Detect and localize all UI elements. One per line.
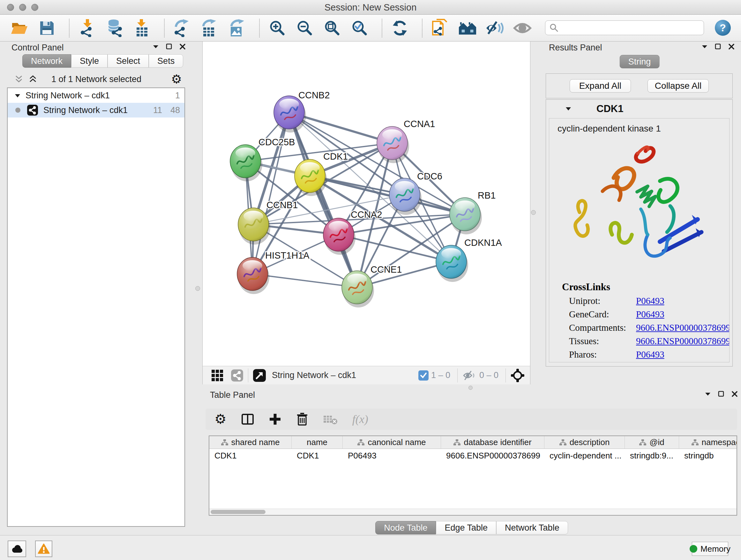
zoom-out-icon[interactable] [295, 18, 314, 38]
export-table-icon[interactable] [200, 18, 219, 38]
share-document-icon[interactable] [431, 18, 449, 38]
tab-node-table[interactable]: Node Table [375, 521, 436, 535]
zoom-selected-icon[interactable] [350, 18, 369, 38]
crosslink-link[interactable]: 9606.ENSP00000378699 [636, 336, 730, 347]
add-column-icon[interactable] [269, 413, 281, 426]
table-options-gear-icon[interactable]: ⚙ [214, 413, 226, 426]
zoom-in-icon[interactable] [268, 18, 286, 38]
network-label: String Network – cdk1 [44, 105, 128, 115]
home-icon[interactable] [458, 18, 477, 38]
close-panel-icon[interactable] [179, 44, 186, 50]
gene-expander-icon[interactable] [565, 107, 571, 111]
export-image-icon[interactable] [228, 18, 246, 38]
panel-menu-icon[interactable] [704, 392, 711, 396]
bottom-splitter-handle[interactable] [468, 386, 473, 390]
save-session-icon[interactable] [38, 18, 56, 38]
grid-view-icon[interactable] [211, 369, 224, 382]
open-file-icon[interactable] [10, 18, 29, 38]
show-panel-eye-icon[interactable] [513, 18, 532, 38]
table-cell[interactable]: CDK1 [292, 449, 343, 462]
tab-sets[interactable]: Sets [149, 54, 183, 68]
window-title: Session: New Session [0, 0, 741, 15]
control-panel-title: Control Panel [11, 43, 64, 53]
node-RB1[interactable] [450, 198, 482, 234]
close-panel-icon[interactable] [731, 391, 738, 397]
node-table[interactable]: shared namenamecanonical namedatabase id… [209, 435, 737, 516]
import-network-database-icon[interactable] [105, 18, 124, 38]
column-header-canonical-name[interactable]: canonical name [343, 436, 441, 449]
import-network-file-icon[interactable] [78, 18, 96, 38]
node-HIST1H1A[interactable] [237, 257, 269, 294]
table-cell[interactable]: cyclin-dependent ... [544, 449, 625, 462]
delete-column-icon[interactable] [296, 412, 308, 426]
table-cell[interactable]: 9606.ENSP00000378699 [441, 449, 544, 462]
node-CCNA1[interactable] [377, 126, 409, 163]
panel-menu-icon[interactable] [701, 44, 708, 49]
detach-view-icon[interactable] [253, 369, 266, 382]
table-cell[interactable]: P06493 [343, 449, 441, 462]
memory-button[interactable]: Memory [692, 542, 728, 556]
node-CCNA2[interactable] [323, 218, 355, 255]
table-row[interactable]: CDK1CDK1P064939606.ENSP00000378699cyclin… [209, 449, 737, 462]
refresh-view-icon[interactable] [391, 18, 409, 38]
gene-description: cyclin-dependent kinase 1 [557, 124, 729, 134]
crosslink-link[interactable]: P06493 [636, 349, 664, 360]
float-panel-icon[interactable] [166, 44, 172, 50]
hide-panel-eye-icon[interactable] [486, 18, 504, 38]
node-CCNE1[interactable] [342, 271, 374, 307]
tab-edge-table[interactable]: Edge Table [436, 521, 496, 535]
network-collection-row[interactable]: String Network – cdk1 1 [8, 88, 185, 103]
panel-menu-icon[interactable] [152, 44, 159, 49]
column-header-name[interactable]: name [292, 436, 343, 449]
collection-expander-icon[interactable] [15, 94, 20, 98]
tab-network[interactable]: Network [22, 54, 71, 68]
scrollbar-thumb[interactable] [211, 510, 266, 514]
tab-style[interactable]: Style [71, 54, 108, 68]
node-CDC25B[interactable] [230, 145, 262, 181]
table-panel-title: Table Panel [210, 390, 255, 400]
application-window: Session: New Session [0, 0, 741, 560]
column-header-database-identifier[interactable]: database identifier [441, 436, 544, 449]
left-splitter-handle[interactable] [195, 286, 200, 291]
birds-eye-crosshair-icon[interactable] [510, 368, 525, 383]
collapse-all-button[interactable]: Collapse All [648, 79, 709, 92]
show-columns-icon[interactable] [241, 413, 254, 426]
import-table-file-icon[interactable] [133, 18, 151, 38]
help-icon[interactable]: ? [715, 20, 731, 36]
tab-select[interactable]: Select [108, 54, 149, 68]
export-network-icon[interactable] [173, 18, 192, 38]
search-input[interactable] [559, 23, 696, 33]
node-CDKN1A[interactable] [436, 245, 468, 282]
edge-CCNB2-HIST1H1A[interactable] [253, 112, 289, 274]
selected-indicator-checkbox[interactable] [418, 370, 428, 381]
table-cell[interactable]: stringdb:9... [625, 449, 679, 462]
table-cell[interactable]: stringdb [679, 449, 737, 462]
column-header-@id[interactable]: @id [625, 436, 679, 449]
crosslink-link[interactable]: 9606.ENSP00000378699 [636, 322, 730, 333]
close-panel-icon[interactable] [728, 44, 735, 50]
node-CDK1[interactable] [294, 159, 327, 196]
edge-CCNA2-CDKN1A[interactable] [339, 235, 451, 262]
network-canvas[interactable]: CCNB2CCNA1CDC25BCDK1CDC6RB1CCNB1CCNA2CDK… [203, 42, 530, 366]
warnings-button[interactable] [35, 541, 52, 557]
right-splitter-handle[interactable] [531, 210, 536, 215]
float-panel-icon[interactable] [715, 44, 721, 50]
column-header-description[interactable]: description [544, 436, 625, 449]
table-cell[interactable]: CDK1 [209, 449, 292, 462]
tab-network-table[interactable]: Network Table [496, 521, 568, 535]
tab-string[interactable]: String [620, 55, 660, 68]
expand-all-button[interactable]: Expand All [569, 79, 631, 92]
node-CCNB2[interactable] [274, 96, 306, 132]
crosslink-link[interactable]: P06493 [636, 296, 664, 306]
crosslink-link[interactable]: P06493 [636, 309, 664, 320]
network-row[interactable]: String Network – cdk1 11 48 [8, 103, 185, 118]
column-header-namespac[interactable]: namespac [679, 436, 737, 449]
search-field[interactable] [545, 20, 704, 35]
table-horizontal-scrollbar[interactable] [209, 509, 737, 515]
network-overview-icon[interactable] [231, 369, 244, 382]
column-header-shared-name[interactable]: shared name [209, 436, 292, 449]
zoom-fit-icon[interactable] [323, 18, 341, 38]
cloud-button[interactable] [8, 541, 26, 557]
network-options-gear-icon[interactable]: ⚙ [171, 72, 182, 86]
float-panel-icon[interactable] [718, 391, 724, 397]
